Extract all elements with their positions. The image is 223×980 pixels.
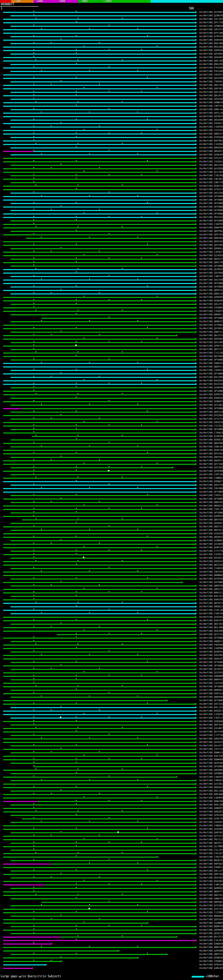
hit-bar-segment[interactable] (3, 50, 195, 51)
hit-bar-segment[interactable] (3, 506, 195, 506)
hit-bar-segment[interactable] (3, 224, 195, 225)
hit-label[interactable]: UniRef100_B6HQY5 (199, 504, 223, 507)
hit-label[interactable]: UniRef100_B8NTU5 (199, 501, 223, 504)
hit-bar-segment[interactable] (10, 71, 195, 72)
hit-bar-segment[interactable] (10, 877, 195, 878)
hit-label[interactable]: UniRef100_Q05YU3 (199, 518, 223, 521)
hit-bar-segment[interactable] (10, 276, 195, 277)
hit-label[interactable]: UniRef100_B4D5S2 (199, 560, 223, 563)
hit-bar-segment[interactable] (3, 186, 195, 187)
hit-label[interactable]: UniRef100_C5GL73 (199, 508, 223, 511)
hit-label[interactable]: UniRef100_Q3C316 (199, 703, 223, 705)
hit-label[interactable]: UniRef100_B2W0Z8 (199, 956, 223, 959)
hit-label[interactable]: UniRef100_B9S1B8 (199, 42, 223, 45)
hit-label[interactable]: UniRef100_C5YV24 (199, 129, 223, 132)
hit-bar-segment[interactable] (3, 589, 195, 590)
hit-label[interactable]: UniRef100_A7PPC8 (199, 35, 223, 38)
hit-bar-segment[interactable] (10, 606, 195, 607)
hit-label[interactable]: UniRef100_A8P0K9 (199, 929, 223, 931)
hit-label[interactable]: UniRef100_UPI000... (199, 661, 223, 663)
hit-label[interactable]: UniRef100_Q22935 (199, 671, 223, 674)
hit-bar-segment[interactable] (3, 415, 195, 416)
hit-label[interactable]: UniRef100_C50V78 (199, 612, 223, 615)
hit-label[interactable]: UniRef100_Q10201 (199, 616, 223, 619)
hit-label[interactable]: UniRef100_UPI000... (199, 285, 223, 288)
hit-label[interactable]: UniRef100_A8Q263 (199, 810, 223, 813)
hit-label[interactable]: UniRef100_Q1XGE9 (199, 254, 223, 257)
hit-bar-segment[interactable] (10, 624, 195, 625)
hit-bar-segment[interactable] (10, 43, 195, 44)
hit-bar-segment[interactable] (10, 293, 195, 294)
hit-label[interactable]: UniRef100_UPI000... (199, 765, 223, 768)
hit-label[interactable]: UniRef100_A9V610 (199, 421, 223, 424)
hit-bar-segment[interactable] (3, 481, 195, 482)
hit-label[interactable]: UniRef100_B9KBC2 (199, 605, 223, 608)
hit-bar-segment[interactable] (3, 895, 195, 896)
hit-bar-segment[interactable] (3, 749, 195, 750)
hit-bar-segment[interactable] (26, 238, 195, 239)
hit-label[interactable]: UniRef100_B2KDC3 (199, 438, 223, 441)
hit-bar-segment[interactable] (3, 213, 195, 215)
hit-bar-segment[interactable] (41, 318, 195, 319)
hit-label[interactable]: UniRef100_C1C2G1 (199, 425, 223, 427)
hit-bar-segment[interactable] (10, 64, 195, 65)
hit-label[interactable]: UniRef100_UPI000... (199, 358, 223, 361)
hit-bar-segment[interactable] (3, 509, 195, 510)
hit-label[interactable]: UniRef100_Q39B36 (199, 25, 223, 27)
hit-bar-segment[interactable] (3, 325, 195, 326)
hit-bar-segment[interactable] (3, 648, 195, 649)
hit-bar-segment[interactable] (3, 353, 195, 353)
hit-label[interactable]: UniRef100_C7YT79 (199, 550, 223, 552)
hit-bar-segment[interactable] (10, 530, 195, 531)
hit-label[interactable]: UniRef100_B4N544 (199, 397, 223, 399)
hit-bar-segment[interactable] (3, 825, 195, 826)
hit-bar-segment[interactable] (10, 210, 195, 211)
hit-bar-segment[interactable] (10, 641, 195, 642)
hit-bar-segment[interactable] (10, 860, 195, 861)
hit-label[interactable]: UniRef100_Q2UUD1 (199, 522, 223, 525)
hit-label[interactable]: UniRef100_UPI000... (199, 205, 223, 208)
hit-label[interactable]: UniRef100_Q95PD5 (199, 337, 223, 340)
hit-label[interactable]: UniRef100_Q00227 (199, 132, 223, 135)
hit-bar-segment[interactable] (3, 450, 195, 451)
hit-label[interactable]: UniRef100_UPI000... (199, 490, 223, 493)
hit-bar-segment[interactable] (10, 286, 195, 288)
hit-bar-segment[interactable] (3, 443, 195, 444)
hit-bar-segment[interactable] (3, 756, 195, 757)
hit-bar-segment[interactable] (3, 610, 195, 611)
hit-label[interactable]: UniRef100_B3RW27 (199, 480, 223, 483)
hit-label[interactable]: UniRef100_Q6C592 (199, 623, 223, 625)
hit-bar-segment[interactable] (10, 405, 195, 406)
hit-label[interactable]: UniRef100_UPI000... (199, 390, 223, 393)
hit-label[interactable]: UniRef100_B0D031 (199, 313, 223, 316)
hit-bar-segment[interactable] (3, 742, 195, 743)
hit-bar-segment[interactable] (10, 512, 195, 514)
hit-bar-segment[interactable] (10, 662, 195, 663)
hit-bar-segment[interactable] (10, 707, 195, 708)
hit-label[interactable]: UniRef100_B0Y5C2 (199, 529, 223, 531)
hit-label[interactable]: UniRef100_A5LH77 (199, 744, 223, 747)
hit-bar-segment[interactable] (3, 88, 195, 89)
hit-label[interactable]: UniRef100_Q5ZKU3 (199, 268, 223, 271)
hit-label[interactable]: UniRef100_Q5A7B2 (199, 877, 223, 879)
hit-bar-segment[interactable] (10, 15, 195, 16)
hit-label[interactable]: UniRef100_B4KUT6 (199, 598, 223, 601)
hit-bar-segment[interactable] (3, 290, 195, 291)
hit-label[interactable]: UniRef100_C1I126 (199, 352, 223, 354)
hit-label[interactable]: UniRef100_UPI000... (199, 498, 223, 500)
hit-label[interactable]: UniRef100_A7EY12 (199, 908, 223, 910)
hit-bar-segment[interactable] (3, 544, 195, 545)
hit-label[interactable]: UniRef100_UPI000... (199, 282, 223, 285)
hit-label[interactable]: UniRef100_A2IZ6C (199, 783, 223, 785)
hit-label[interactable]: UniRef100_A5DAQ8 (199, 720, 223, 723)
hit-bar-segment[interactable] (3, 770, 195, 771)
hit-bar-segment[interactable] (3, 759, 195, 760)
hit-label[interactable]: UniRef100_B8MBW5 (199, 574, 223, 577)
hit-label[interactable]: UniRef100_Q6PPN2 (199, 230, 223, 232)
hit-label[interactable]: UniRef100_Q05851 (199, 150, 223, 153)
hit-bar-segment[interactable] (10, 579, 195, 579)
hit-label[interactable]: UniRef100_Q7RVX4 (199, 963, 223, 966)
hit-bar-segment[interactable] (10, 735, 195, 736)
hit-bar-segment[interactable] (3, 839, 195, 840)
hit-bar-segment[interactable] (34, 766, 195, 767)
